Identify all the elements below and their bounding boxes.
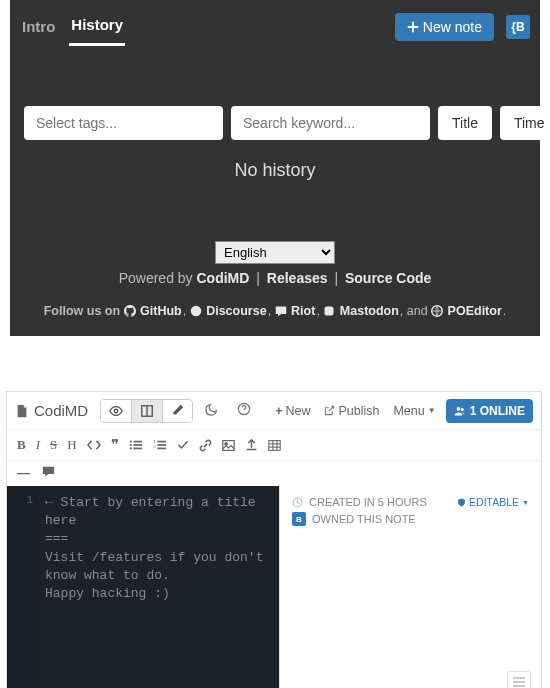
bold-button[interactable]: B bbox=[17, 437, 26, 453]
powered-by-row: Powered by CodiMD | Releases | Source Co… bbox=[10, 270, 540, 286]
svg-point-9 bbox=[129, 440, 131, 442]
poeditor-icon bbox=[431, 305, 443, 317]
svg-rect-14 bbox=[133, 448, 142, 450]
github-link[interactable]: GitHub bbox=[140, 304, 182, 318]
columns-icon bbox=[140, 404, 154, 418]
poeditor-link[interactable]: POEditor bbox=[448, 304, 502, 318]
powered-prefix: Powered by bbox=[119, 270, 197, 286]
check-icon bbox=[177, 439, 189, 451]
table-button[interactable] bbox=[268, 439, 281, 452]
list-ul-icon bbox=[129, 439, 143, 451]
and-sep: , and bbox=[400, 304, 431, 318]
italic-button[interactable]: I bbox=[36, 437, 40, 453]
brand-link[interactable]: CodiMD bbox=[197, 270, 250, 286]
new-label: New bbox=[285, 404, 310, 418]
view-mode-group bbox=[100, 399, 193, 423]
code-icon bbox=[87, 439, 101, 451]
sort-time-button[interactable]: Time bbox=[500, 106, 550, 140]
plus-icon bbox=[407, 21, 419, 33]
code-button[interactable] bbox=[87, 439, 101, 451]
quote-button[interactable]: ❞ bbox=[111, 436, 119, 454]
ul-button[interactable] bbox=[129, 439, 143, 451]
svg-point-11 bbox=[129, 447, 131, 449]
clock-icon bbox=[292, 497, 303, 508]
image-icon bbox=[222, 439, 235, 452]
new-note-label: New note bbox=[423, 19, 482, 35]
source-link[interactable]: Source Code bbox=[345, 270, 431, 286]
editable-dropdown[interactable]: EDITABLE ▼ bbox=[457, 496, 529, 508]
discourse-link[interactable]: Discourse bbox=[206, 304, 266, 318]
riot-icon bbox=[275, 305, 287, 317]
code-pane[interactable]: 1 ← Start by entering a title here === V… bbox=[7, 486, 279, 688]
hr-button[interactable]: — bbox=[17, 465, 30, 480]
new-note-button[interactable]: New note bbox=[395, 13, 494, 41]
publish-link[interactable]: Publish bbox=[320, 401, 383, 421]
menu-icon bbox=[513, 677, 525, 687]
editor-brand[interactable]: CodiMD bbox=[15, 402, 88, 419]
link-button[interactable] bbox=[199, 439, 212, 452]
caret-down-icon: ▼ bbox=[428, 406, 436, 415]
mastodon-link[interactable]: Mastodon bbox=[340, 304, 399, 318]
search-input[interactable] bbox=[231, 106, 430, 140]
upload-button[interactable] bbox=[245, 439, 258, 452]
format-toolbar: B I S H ❞ 12 bbox=[7, 430, 541, 461]
svg-rect-17 bbox=[157, 441, 166, 443]
users-icon bbox=[454, 405, 466, 417]
github-icon bbox=[124, 305, 136, 317]
format-toolbar-row2: — bbox=[7, 461, 541, 486]
editor-brand-label: CodiMD bbox=[34, 402, 88, 419]
tags-input[interactable] bbox=[24, 106, 223, 140]
image-button[interactable] bbox=[222, 439, 235, 452]
created-label: CREATED IN 5 HOURS bbox=[309, 496, 427, 508]
theme-toggle-button[interactable] bbox=[199, 398, 225, 423]
strike-button[interactable]: S bbox=[50, 437, 57, 453]
code-text[interactable]: ← Start by entering a title here === Vis… bbox=[39, 486, 279, 688]
codimd-logo-badge[interactable]: {B bbox=[506, 15, 530, 39]
checklist-button[interactable] bbox=[177, 439, 189, 451]
shield-icon bbox=[457, 498, 466, 507]
tab-intro[interactable]: Intro bbox=[20, 10, 57, 45]
follow-prefix: Follow us on bbox=[44, 304, 124, 318]
svg-rect-20 bbox=[222, 440, 233, 450]
mode-view-button[interactable] bbox=[101, 400, 132, 422]
caret-down-icon: ▼ bbox=[522, 499, 529, 506]
owned-label: OWNED THIS NOTE bbox=[312, 513, 416, 525]
help-button[interactable] bbox=[231, 398, 257, 423]
ol-button[interactable]: 12 bbox=[153, 439, 167, 451]
language-select[interactable]: English bbox=[215, 241, 335, 264]
preview-pane: EDITABLE ▼ CREATED IN 5 HOURS B OWNED TH… bbox=[279, 486, 541, 688]
share-icon bbox=[324, 405, 335, 416]
mastodon-icon bbox=[323, 305, 335, 317]
link-icon bbox=[199, 439, 212, 452]
releases-link[interactable]: Releases bbox=[267, 270, 328, 286]
discourse-icon bbox=[190, 305, 202, 317]
eye-icon bbox=[109, 404, 123, 418]
svg-rect-13 bbox=[133, 444, 142, 446]
heading-button[interactable]: H bbox=[67, 437, 76, 453]
menu-dropdown[interactable]: Menu ▼ bbox=[389, 401, 439, 421]
svg-rect-18 bbox=[157, 444, 166, 446]
mode-edit-button[interactable] bbox=[163, 400, 192, 422]
online-label: 1 ONLINE bbox=[470, 404, 525, 418]
svg-rect-12 bbox=[133, 441, 142, 443]
top-tabs-bar: Intro History New note {B bbox=[10, 0, 540, 46]
comment-button[interactable] bbox=[42, 465, 55, 480]
svg-point-3 bbox=[114, 409, 118, 413]
svg-point-0 bbox=[190, 306, 201, 317]
toc-toggle-button[interactable] bbox=[507, 671, 531, 688]
help-icon bbox=[237, 402, 251, 416]
comment-icon bbox=[42, 465, 55, 478]
online-button[interactable]: 1 ONLINE bbox=[446, 399, 533, 423]
mode-split-button[interactable] bbox=[132, 400, 163, 422]
sort-title-button[interactable]: Title bbox=[438, 106, 492, 140]
list-ol-icon: 12 bbox=[153, 439, 167, 451]
riot-link[interactable]: Riot bbox=[291, 304, 315, 318]
new-link[interactable]: +New bbox=[271, 401, 314, 421]
svg-rect-22 bbox=[268, 440, 279, 450]
tab-history[interactable]: History bbox=[69, 8, 125, 46]
code-gutter: 1 bbox=[7, 486, 39, 688]
follow-row: Follow us on GitHub, Discourse, Riot, Ma… bbox=[10, 304, 540, 318]
pencil-icon bbox=[171, 404, 184, 417]
svg-rect-19 bbox=[157, 448, 166, 450]
editable-label: EDITABLE bbox=[469, 496, 519, 508]
